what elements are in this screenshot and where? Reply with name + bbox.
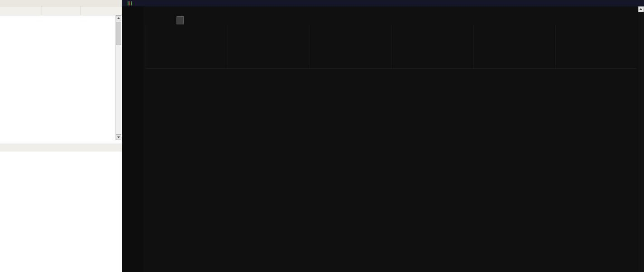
column-header-bid <box>42 6 81 15</box>
scroll-down-icon[interactable] <box>116 134 121 140</box>
chart-left-strip <box>122 0 144 272</box>
scroll-thumb[interactable] <box>116 22 121 45</box>
stats-panel <box>144 6 638 272</box>
navigator-titlebar <box>0 151 122 159</box>
tab-track[interactable] <box>177 16 184 24</box>
quotes-scrollbar[interactable] <box>115 15 121 140</box>
chart-titlebar <box>122 0 644 6</box>
stats-table-head <box>144 75 638 82</box>
market-watch-titlebar <box>0 0 122 6</box>
equity-chart <box>146 25 636 69</box>
chart-scrollbar[interactable] <box>638 6 644 272</box>
market-watch-panel <box>0 0 122 272</box>
mt4-window <box>0 0 644 272</box>
column-header-ask <box>81 6 122 15</box>
quotes-tabs <box>0 144 122 151</box>
stats-tabbar <box>144 15 638 25</box>
market-watch-header <box>0 6 122 15</box>
scroll-up-icon[interactable] <box>116 15 121 21</box>
navigator-panel <box>0 151 122 272</box>
chart-window <box>122 0 644 272</box>
stats-panel-header <box>144 6 638 15</box>
equity-curve-svg <box>146 25 636 68</box>
equity-chart-dates <box>144 69 638 75</box>
scroll-up-icon[interactable] <box>638 6 644 12</box>
quotes-rows <box>0 15 116 144</box>
